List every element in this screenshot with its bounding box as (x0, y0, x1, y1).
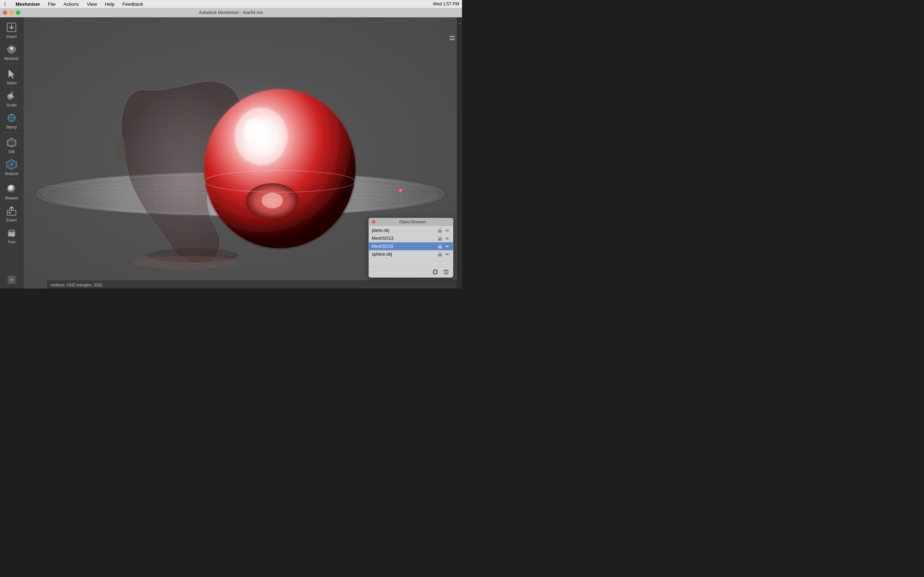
ob-duplicate-button[interactable] (431, 268, 439, 276)
sidebar-divider-1 (3, 64, 21, 64)
sidebar-item-edit[interactable]: Edit (1, 134, 22, 155)
svg-rect-28 (7, 210, 16, 215)
ham-line-2 (450, 38, 455, 39)
ob-item-sphere[interactable]: sphere.obj (369, 250, 453, 258)
sculpt-label: Sculpt (6, 103, 16, 107)
print-label: Print (8, 240, 16, 244)
statusbar-text: vertices: 1632 triangles: 3162 (50, 283, 102, 287)
ob-item-icons-meshso13 (437, 235, 450, 241)
menu-actions[interactable]: Actions (62, 1, 81, 7)
app-menu-meshmixer[interactable]: Meshmixer (14, 1, 42, 7)
svg-point-5 (10, 47, 13, 49)
select-label: Select (6, 81, 16, 85)
statusbar: vertices: 1632 triangles: 3162 (47, 280, 457, 288)
minimize-button[interactable] (10, 10, 14, 15)
print-icon (5, 226, 18, 239)
ob-item-plane[interactable]: plane.obj (369, 226, 453, 234)
bottom-icon[interactable] (7, 276, 16, 285)
svg-point-26 (11, 164, 12, 165)
svg-point-89 (133, 256, 238, 269)
svg-point-34 (14, 233, 15, 234)
meshmix-icon (5, 43, 18, 56)
menu-help[interactable]: Help (103, 1, 116, 7)
sidebar-item-stamp[interactable]: Stamp (1, 109, 22, 131)
svg-rect-104 (444, 271, 448, 274)
ham-line-3 (450, 39, 455, 40)
right-panel-label: n (458, 23, 462, 24)
svg-point-95 (446, 238, 448, 239)
ob-item-name-meshso13: MeshSO13 (372, 236, 437, 241)
ob-lock-icon-meshso13[interactable] (437, 235, 443, 241)
close-button[interactable] (3, 10, 7, 15)
svg-point-13 (11, 117, 12, 119)
svg-point-98 (446, 246, 448, 247)
menu-feedback[interactable]: Feedback (121, 1, 144, 7)
export-label: Export (6, 218, 17, 222)
window-title: Autodesk Meshmixer - fear04.mix (199, 10, 263, 15)
import-icon (5, 21, 18, 34)
shaders-icon (5, 182, 18, 195)
svg-rect-35 (10, 234, 13, 235)
sidebar-item-select[interactable]: Select (1, 65, 22, 87)
ob-visibility-icon-meshso13[interactable] (444, 235, 450, 241)
sidebar-item-print[interactable]: Print (1, 224, 22, 246)
svg-marker-6 (9, 69, 15, 78)
sidebar-item-analysis[interactable]: Analysis (1, 156, 22, 177)
sidebar-divider-2 (3, 132, 21, 133)
ob-item-icons-sphere (437, 251, 450, 257)
sidebar-item-import[interactable]: Import (1, 19, 22, 40)
right-panel: n (457, 17, 462, 288)
menu-view[interactable]: View (86, 1, 99, 7)
import-label: Import (6, 35, 16, 39)
svg-point-88 (399, 189, 401, 192)
ob-item-icons-meshso16 (437, 243, 450, 249)
svg-point-80 (204, 89, 355, 248)
ob-visibility-icon-sphere[interactable] (444, 251, 450, 257)
ob-visibility-icon-meshso16[interactable] (444, 243, 450, 249)
maximize-button[interactable] (16, 10, 20, 15)
svg-point-94 (439, 239, 440, 240)
ob-lock-icon-sphere[interactable] (437, 251, 443, 257)
menubar-time: Wed 1:57 PM (433, 2, 459, 6)
window-controls (3, 10, 20, 15)
object-browser-list: plane.obj (369, 226, 453, 266)
select-icon (5, 68, 18, 81)
ob-footer (369, 266, 453, 277)
object-browser-titlebar: Object Browser (369, 218, 453, 226)
svg-point-97 (439, 247, 440, 248)
svg-rect-36 (10, 235, 12, 236)
sidebar-item-export[interactable]: Export (1, 202, 22, 224)
ob-item-meshso16[interactable]: MeshSO16 (369, 242, 453, 250)
shaders-label: Shaders (5, 196, 18, 200)
menu-file[interactable]: File (47, 1, 57, 7)
sidebar-item-meshmix[interactable]: Meshmix (1, 41, 22, 62)
svg-point-10 (9, 95, 11, 97)
ob-lock-icon-meshso16[interactable] (437, 243, 443, 249)
svg-rect-30 (9, 212, 11, 214)
hamburger-menu[interactable] (448, 35, 456, 42)
titlebar: Autodesk Meshmixer - fear04.mix (0, 8, 462, 17)
ob-visibility-icon-plane[interactable] (444, 227, 450, 233)
sidebar-item-sculpt[interactable]: Sculpt (1, 87, 22, 108)
ob-lock-icon-plane[interactable] (437, 227, 443, 233)
ob-delete-button[interactable] (442, 268, 450, 276)
svg-point-85 (262, 193, 283, 208)
object-browser: Object Browser plane.obj (368, 218, 453, 278)
sidebar-item-shaders[interactable]: Shaders (1, 180, 22, 201)
apple-menu[interactable]:  (3, 1, 8, 7)
viewport[interactable]: Object Browser plane.obj (23, 17, 457, 288)
menubar:  Meshmixer File Actions View Help Feedb… (0, 0, 462, 8)
ob-item-name-meshso16: MeshSO16 (372, 244, 437, 249)
svg-point-27 (7, 185, 16, 193)
ob-item-name-plane: plane.obj (372, 228, 437, 233)
ob-item-name-sphere: sphere.obj (372, 252, 437, 257)
svg-point-91 (439, 231, 440, 232)
sidebar-divider-3 (3, 179, 21, 179)
analysis-label: Analysis (5, 172, 18, 176)
svg-point-92 (446, 230, 448, 231)
ham-line-1 (450, 36, 455, 37)
svg-point-100 (439, 255, 440, 256)
edit-label: Edit (8, 150, 15, 154)
ob-item-meshso13[interactable]: MeshSO13 (369, 234, 453, 242)
object-browser-close[interactable] (372, 220, 375, 224)
